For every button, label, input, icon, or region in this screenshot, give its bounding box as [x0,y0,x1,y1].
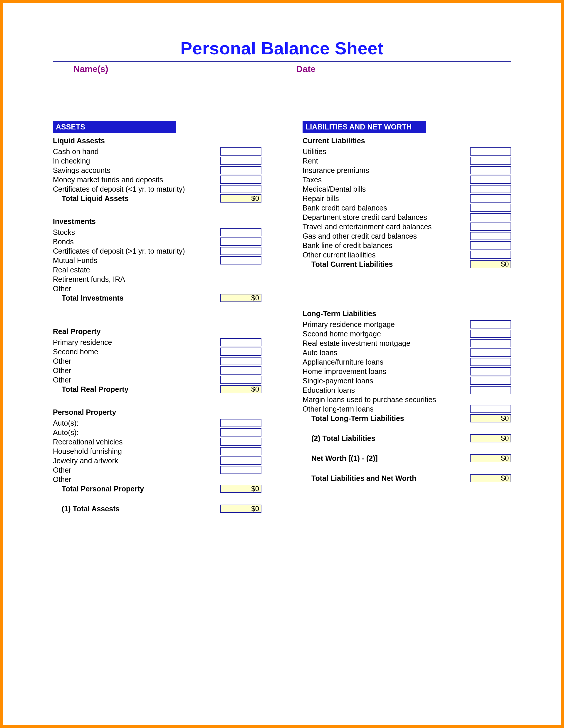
investment-row: Mutual Funds [53,256,261,265]
row-label: Mutual Funds [53,256,218,265]
row-label: Other [53,466,218,474]
investment-row: Certificates of deposit (>1 yr. to matur… [53,246,261,256]
amount-cell[interactable] [470,157,511,165]
total-label: Total Personal Property [53,485,218,493]
long-term-row: Auto loans [303,348,511,357]
amount-cell[interactable] [470,194,511,203]
amount-cell[interactable] [220,376,261,384]
personal-property-row: Other [53,475,261,484]
title-rule [53,61,511,62]
total-cell: $0 [470,454,511,462]
row-label: Bonds [53,237,218,246]
row-label: Other [53,357,218,365]
real-property-row: Other [53,366,261,375]
amount-cell[interactable] [470,213,511,221]
amount-cell[interactable] [220,247,261,255]
amount-cell[interactable] [220,338,261,346]
amount-cell[interactable] [220,438,261,446]
row-label: Money market funds and deposits [53,176,218,184]
amount-cell[interactable] [470,358,511,366]
amount-cell[interactable] [220,176,261,184]
personal-property-row: Auto(s): [53,428,261,437]
row-label: Bank credit card balances [303,204,468,212]
row-label: Education loans [303,386,468,395]
amount-cell[interactable] [470,204,511,212]
personal-property-row: Recreational vehicles [53,437,261,446]
row-label: In checking [53,157,218,165]
row-label: Other current liabilities [303,251,468,259]
row-label: Retirement funds, IRA [53,275,261,284]
row-label: Recreational vehicles [53,438,218,446]
personal-property-heading: Personal Property [53,408,261,417]
long-term-row: Real estate investment mortgage [303,338,511,348]
real-property-row: Other [53,375,261,385]
row-label: Single-payment loans [303,377,468,385]
total-assets: (1) Total Assests$0 [53,504,261,513]
personal-property-row: Jewelry and artwork [53,456,261,465]
amount-cell[interactable] [470,232,511,240]
amount-cell[interactable] [470,367,511,375]
investments-heading: Investments [53,217,261,226]
liquid-row: Savings accounts [53,166,261,175]
amount-cell[interactable] [220,456,261,465]
amount-cell[interactable] [220,166,261,174]
total-cell: $0 [220,294,261,302]
header-row: Name(s) Date [53,64,511,74]
amount-cell[interactable] [470,320,511,328]
amount-cell[interactable] [220,357,261,365]
total-liabilities-net-worth: Total Liabilities and Net Worth$0 [303,473,511,483]
liabilities-column: LIABILITIES AND NET WORTH Current Liabil… [303,121,511,513]
row-label: Travel and entertainment card balances [303,223,468,231]
row-label: Jewelry and artwork [53,456,218,465]
row-label: Second home mortgage [303,330,468,338]
amount-cell[interactable] [220,256,261,264]
total-label: Total Liabilities and Net Worth [303,474,468,483]
row-label: Savings accounts [53,166,218,175]
liquid-assets-heading: Liquid Assests [53,137,261,145]
personal-property-row: Auto(s): [53,418,261,428]
amount-cell[interactable] [470,223,511,231]
amount-cell[interactable] [220,419,261,427]
current-liability-row: Bank line of credit balances [303,241,511,250]
amount-cell[interactable] [470,185,511,193]
amount-cell[interactable] [220,237,261,246]
amount-cell[interactable] [220,157,261,165]
amount-cell[interactable] [470,405,511,413]
amount-cell[interactable] [470,348,511,357]
amount-cell[interactable] [220,147,261,156]
current-liability-row: Bank credit card balances [303,203,511,213]
amount-cell[interactable] [470,176,511,184]
row-label: Rent [303,157,468,165]
row-label: Primary residence [53,338,218,347]
amount-cell[interactable] [470,339,511,347]
amount-cell[interactable] [470,241,511,250]
amount-cell[interactable] [220,466,261,474]
row-label: Taxes [303,176,468,184]
amount-cell[interactable] [470,166,511,174]
long-term-row: Primary residence mortgage [303,320,511,329]
amount-cell[interactable] [220,366,261,375]
amount-cell[interactable] [470,330,511,338]
net-worth: Net Worth [(1) - (2)]$0 [303,454,511,463]
amount-cell[interactable] [220,185,261,193]
liabilities-banner: LIABILITIES AND NET WORTH [303,121,426,133]
amount-cell[interactable] [470,251,511,259]
total-cell: $0 [470,474,511,482]
amount-cell[interactable] [220,348,261,356]
row-label: Appliance/furniture loans [303,358,468,366]
personal-property-row: Household furnishing [53,446,261,456]
amount-cell[interactable] [470,147,511,156]
amount-cell[interactable] [220,228,261,236]
amount-cell[interactable] [470,377,511,385]
row-label: Cash on hand [53,147,218,156]
liquid-row: In checking [53,156,261,166]
amount-cell[interactable] [470,386,511,394]
amount-cell[interactable] [220,428,261,437]
amount-cell[interactable] [220,447,261,455]
liquid-row: Certificates of deposit (<1 yr. to matur… [53,184,261,194]
personal-property-row: Other [53,465,261,475]
current-liabilities-total: Total Current Liabilities$0 [303,259,511,269]
row-label: Real estate investment mortgage [303,339,468,348]
total-label: Total Investments [53,294,218,302]
total-cell: $0 [220,505,261,513]
